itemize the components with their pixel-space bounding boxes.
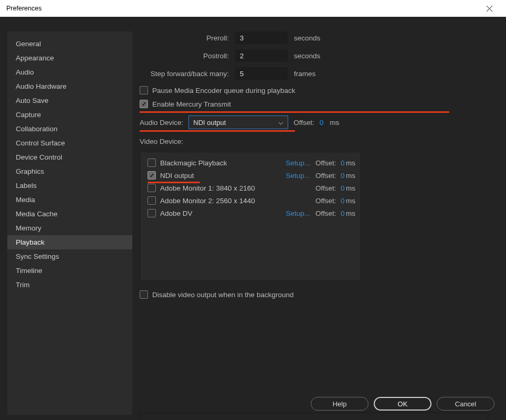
- sidebar-item-playback[interactable]: Playback: [7, 235, 132, 249]
- device-offset-unit-monitor2: ms: [346, 197, 355, 205]
- device-checkbox-dv[interactable]: [147, 209, 156, 217]
- device-row-ndi: NDI output Setup... Offset: 0 ms: [147, 171, 353, 180]
- device-row-blackmagic: Blackmagic Playback Setup... Offset: 0 m…: [147, 159, 353, 167]
- chevron-down-icon: [278, 119, 283, 127]
- sidebar-item-capture[interactable]: Capture: [7, 108, 132, 122]
- sidebar-item-sync-settings[interactable]: Sync Settings: [7, 249, 132, 264]
- device-setup-ndi[interactable]: Setup...: [284, 172, 310, 180]
- sidebar-item-memory[interactable]: Memory: [7, 221, 132, 235]
- device-name-monitor2: Adobe Monitor 2: 2560 x 1440: [160, 197, 255, 205]
- audio-device-label: Audio Device:: [140, 119, 183, 127]
- device-offset-label-dv: Offset:: [315, 209, 336, 217]
- ok-button[interactable]: OK: [374, 397, 431, 411]
- audio-device-select[interactable]: NDI output: [188, 116, 288, 129]
- sidebar-item-audio-hardware[interactable]: Audio Hardware: [7, 79, 132, 93]
- device-offset-label-blackmagic: Offset:: [315, 159, 336, 167]
- sidebar-item-control-surface[interactable]: Control Surface: [7, 136, 132, 150]
- device-name-dv: Adobe DV: [160, 209, 193, 217]
- device-name-ndi: NDI output: [160, 172, 194, 180]
- pause-encoder-checkbox[interactable]: [140, 86, 148, 94]
- device-checkbox-monitor2[interactable]: [147, 196, 156, 205]
- device-row-monitor1: Adobe Monitor 1: 3840 x 2160 Offset: 0 m…: [147, 184, 353, 192]
- step-row: Step forward/back many: frames: [140, 67, 499, 80]
- dialog-body: General Appearance Audio Audio Hardware …: [0, 17, 506, 420]
- device-checkbox-blackmagic[interactable]: [147, 159, 156, 167]
- help-button[interactable]: Help: [311, 397, 368, 411]
- sidebar-item-media-cache[interactable]: Media Cache: [7, 207, 132, 221]
- device-offset-unit-blackmagic: ms: [346, 159, 355, 167]
- dialog-footer: Help OK Cancel: [311, 397, 494, 411]
- step-unit: frames: [294, 70, 315, 78]
- step-input[interactable]: [235, 67, 288, 80]
- device-offset-unit-ndi: ms: [346, 172, 355, 180]
- postroll-row: Postroll: seconds: [140, 49, 499, 62]
- mercury-row: Enable Mercury Transmit: [140, 100, 499, 108]
- sidebar-item-auto-save[interactable]: Auto Save: [7, 93, 132, 108]
- device-offset-label-ndi: Offset:: [315, 172, 336, 180]
- annotation-underline-ndi-device: [147, 182, 200, 183]
- sidebar-item-collaboration[interactable]: Collaboration: [7, 122, 132, 136]
- sidebar: General Appearance Audio Audio Hardware …: [7, 32, 132, 415]
- sidebar-item-device-control[interactable]: Device Control: [7, 150, 132, 164]
- sidebar-item-media[interactable]: Media: [7, 193, 132, 207]
- audio-device-value: NDI output: [193, 119, 226, 127]
- audio-offset-label: Offset:: [293, 119, 314, 127]
- device-offset-unit-monitor1: ms: [346, 184, 355, 192]
- device-offset-value-blackmagic[interactable]: 0: [341, 159, 345, 167]
- cancel-button[interactable]: Cancel: [437, 397, 494, 411]
- preroll-row: Preroll: seconds: [140, 32, 499, 44]
- main-panel: Preroll: seconds Postroll: seconds Step …: [140, 32, 499, 415]
- device-setup-dv[interactable]: Setup...: [284, 209, 310, 217]
- video-device-label: Video Device:: [140, 138, 499, 145]
- disable-bg-row: Disable video output when in the backgro…: [140, 290, 499, 299]
- audio-device-row: Audio Device: NDI output Offset: 0ms: [140, 116, 499, 129]
- device-checkbox-monitor1[interactable]: [147, 184, 156, 192]
- device-offset-value-monitor2[interactable]: 0: [341, 197, 345, 205]
- mercury-label: Enable Mercury Transmit: [152, 100, 231, 108]
- device-row-dv: Adobe DV Setup... Offset: 0 ms: [147, 209, 353, 217]
- sidebar-item-trim[interactable]: Trim: [7, 278, 132, 292]
- close-button[interactable]: [479, 0, 500, 17]
- video-device-panel: Blackmagic Playback Setup... Offset: 0 m…: [140, 152, 361, 281]
- disable-bg-label: Disable video output when in the backgro…: [152, 291, 293, 299]
- annotation-underline-audio-device: [140, 130, 295, 132]
- preroll-label: Preroll:: [140, 34, 229, 42]
- disable-bg-checkbox[interactable]: [140, 290, 148, 299]
- panel-divider: [140, 413, 488, 420]
- close-icon: [487, 6, 492, 12]
- sidebar-item-labels[interactable]: Labels: [7, 178, 132, 193]
- device-name-blackmagic: Blackmagic Playback: [160, 159, 227, 167]
- device-offset-value-monitor1[interactable]: 0: [341, 184, 345, 192]
- audio-offset-value[interactable]: 0: [320, 119, 324, 127]
- postroll-label: Postroll:: [140, 52, 229, 60]
- postroll-unit: seconds: [294, 52, 320, 60]
- pause-encoder-row: Pause Media Encoder queue during playbac…: [140, 86, 499, 94]
- annotation-underline-mercury: [140, 111, 449, 113]
- device-name-monitor1: Adobe Monitor 1: 3840 x 2160: [160, 184, 255, 192]
- postroll-input[interactable]: [235, 49, 288, 62]
- sidebar-item-audio[interactable]: Audio: [7, 65, 132, 79]
- sidebar-item-appearance[interactable]: Appearance: [7, 51, 132, 65]
- pause-encoder-label: Pause Media Encoder queue during playbac…: [152, 87, 295, 94]
- device-checkbox-ndi[interactable]: [147, 171, 156, 180]
- preroll-unit: seconds: [294, 34, 320, 42]
- device-offset-value-dv[interactable]: 0: [341, 209, 345, 217]
- titlebar: Preferences: [0, 0, 506, 17]
- mercury-checkbox[interactable]: [140, 100, 148, 108]
- device-offset-label-monitor2: Offset:: [315, 197, 336, 205]
- device-offset-label-monitor1: Offset:: [315, 184, 336, 192]
- sidebar-item-timeline[interactable]: Timeline: [7, 264, 132, 278]
- device-offset-value-ndi[interactable]: 0: [341, 172, 345, 180]
- device-offset-unit-dv: ms: [346, 209, 355, 217]
- step-label: Step forward/back many:: [140, 70, 229, 78]
- preroll-input[interactable]: [235, 32, 288, 44]
- sidebar-item-general[interactable]: General: [7, 37, 132, 51]
- device-row-monitor2: Adobe Monitor 2: 2560 x 1440 Offset: 0 m…: [147, 196, 353, 205]
- sidebar-item-graphics[interactable]: Graphics: [7, 164, 132, 178]
- audio-offset-unit: ms: [330, 119, 339, 127]
- device-setup-blackmagic[interactable]: Setup...: [284, 159, 310, 167]
- window-title: Preferences: [6, 5, 479, 12]
